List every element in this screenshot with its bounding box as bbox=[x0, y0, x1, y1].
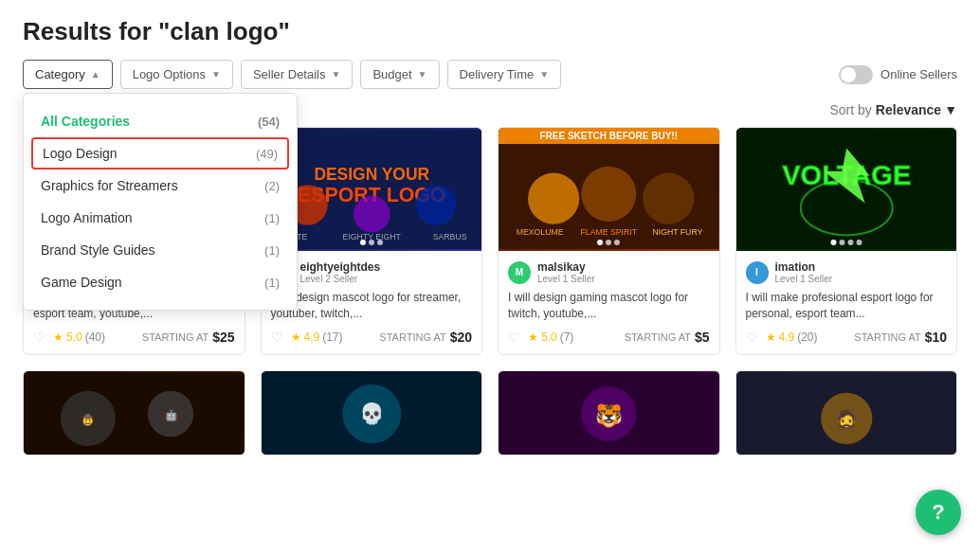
card-2-desc: I will design mascot logo for streamer, … bbox=[271, 290, 473, 322]
card-4-dots bbox=[830, 240, 862, 245]
card-1-rating: ★ 5.0 (40) bbox=[53, 331, 105, 344]
online-sellers-toggle: Online Sellers bbox=[839, 65, 957, 84]
all-categories-item[interactable]: All Categories (54) bbox=[24, 105, 297, 137]
brand-style-guides-item[interactable]: Brand Style Guides (1) bbox=[24, 234, 297, 266]
svg-point-14 bbox=[415, 185, 456, 225]
card-4-desc: I will make profesional esport logo for … bbox=[746, 290, 948, 322]
sort-label: Sort by bbox=[830, 102, 872, 117]
card-2-seller-level: Level 2 Seller bbox=[300, 274, 381, 284]
card-4-price: STARTING AT $10 bbox=[854, 330, 947, 345]
category-dropdown-menu: All Categories (54) Logo Design (49) Gra… bbox=[23, 93, 298, 311]
bottom-grid: 🤠 🤖 💀 🐯 🧔 bbox=[0, 370, 980, 456]
card-4-avatar: I bbox=[746, 261, 769, 284]
seller-details-filter-btn[interactable]: Seller Details ▼ bbox=[241, 60, 354, 89]
card-2-favorite-btn[interactable]: ♡ bbox=[271, 330, 283, 345]
chevron-down-icon: ▼ bbox=[539, 69, 549, 80]
page-title: Results for "clan logo" bbox=[23, 17, 957, 46]
bottom-card-1: 🤠 🤖 bbox=[23, 370, 245, 456]
card-4-rating: ★ 4.9 (20) bbox=[766, 331, 818, 344]
card-2-price: STARTING AT $20 bbox=[379, 330, 472, 345]
chevron-up-icon: ▲ bbox=[91, 69, 100, 80]
svg-rect-29 bbox=[24, 372, 245, 455]
card-2-footer: ♡ ★ 4.9 (17) STARTING AT $20 bbox=[271, 330, 473, 345]
logo-options-filter-btn[interactable]: Logo Options ▼ bbox=[120, 60, 233, 89]
logo-design-item[interactable]: Logo Design (49) bbox=[31, 137, 289, 170]
svg-text:NIGHT FURY: NIGHT FURY bbox=[652, 227, 702, 237]
svg-text:FLAME SPIRIT: FLAME SPIRIT bbox=[581, 227, 638, 237]
card-2-rating: ★ 4.9 (17) bbox=[291, 331, 343, 344]
card-3-avatar: M bbox=[508, 261, 531, 284]
graphics-streamers-item[interactable]: Graphics for Streamers (2) bbox=[24, 170, 297, 202]
delivery-time-filter-btn[interactable]: Delivery Time ▼ bbox=[447, 60, 562, 89]
card-4-seller-level: Level 1 Seller bbox=[775, 274, 833, 284]
card-1-price: STARTING AT $25 bbox=[142, 330, 235, 345]
card-1-favorite-btn[interactable]: ♡ bbox=[33, 330, 45, 345]
card-3-desc: I will design gaming mascot logo for twi… bbox=[508, 290, 710, 322]
svg-text:🤖: 🤖 bbox=[164, 409, 177, 421]
card-3: FREE SKETCH BEFORE BUY!! MEXOLUME FLAME … bbox=[498, 127, 720, 355]
card-4: VOLTAGE I imation Level 1 Seller I will … bbox=[735, 127, 958, 355]
bottom-card-4: 🧔 bbox=[735, 370, 958, 456]
chevron-down-icon: ▼ bbox=[332, 69, 341, 80]
card-4-seller-name: imation bbox=[775, 260, 833, 274]
game-design-item[interactable]: Game Design (1) bbox=[24, 266, 297, 298]
page-wrapper: Results for "clan logo" Category ▲ All C… bbox=[0, 0, 980, 554]
card-3-seller-name: malsikay bbox=[537, 260, 595, 274]
bottom-card-3: 🐯 bbox=[498, 370, 720, 456]
card-3-favorite-btn[interactable]: ♡ bbox=[508, 330, 520, 345]
card-3-free-badge: FREE SKETCH BEFORE BUY!! bbox=[499, 128, 719, 144]
logo-animation-item[interactable]: Logo Animation (1) bbox=[24, 202, 297, 234]
page-header: Results for "clan logo" bbox=[0, 0, 980, 60]
bottom-card-2: 💀 bbox=[261, 370, 483, 456]
card-3-price: STARTING AT $5 bbox=[625, 330, 710, 345]
svg-text:SARBUS: SARBUS bbox=[432, 232, 466, 241]
card-4-favorite-btn[interactable]: ♡ bbox=[746, 330, 758, 345]
card-3-image: FREE SKETCH BEFORE BUY!! MEXOLUME FLAME … bbox=[499, 128, 719, 251]
card-3-seller-level: Level 1 Seller bbox=[537, 274, 595, 284]
card-4-footer: ♡ ★ 4.9 (20) STARTING AT $10 bbox=[746, 330, 948, 345]
card-2-seller-name: eightyeightdes bbox=[300, 260, 381, 274]
svg-text:DESIGN YOUR: DESIGN YOUR bbox=[314, 165, 429, 184]
svg-point-13 bbox=[353, 196, 390, 233]
svg-point-21 bbox=[643, 173, 694, 224]
card-4-image: VOLTAGE bbox=[736, 128, 957, 251]
card-3-dots bbox=[597, 240, 620, 245]
card-3-body: M malsikay Level 1 Seller I will design … bbox=[499, 251, 719, 354]
filter-bar: Category ▲ All Categories (54) Logo Desi… bbox=[0, 60, 980, 102]
svg-text:MEXOLUME: MEXOLUME bbox=[517, 227, 564, 237]
card-2-dots bbox=[360, 240, 383, 245]
card-4-body: I imation Level 1 Seller I will make pro… bbox=[736, 251, 957, 354]
card-4-seller: I imation Level 1 Seller bbox=[746, 260, 948, 284]
card-2-seller: E eightyeightdes Level 2 Seller bbox=[271, 260, 473, 284]
card-3-footer: ♡ ★ 5.0 (7) STARTING AT $5 bbox=[508, 330, 710, 345]
card-3-seller: M malsikay Level 1 Seller bbox=[508, 260, 710, 284]
budget-filter-btn[interactable]: Budget ▼ bbox=[360, 60, 439, 89]
svg-point-20 bbox=[581, 167, 636, 222]
svg-text:🧔: 🧔 bbox=[835, 409, 859, 431]
sort-value-btn[interactable]: Relevance ▼ bbox=[876, 102, 957, 117]
svg-point-19 bbox=[528, 173, 579, 224]
category-filter-btn[interactable]: Category ▲ bbox=[23, 60, 113, 89]
online-sellers-switch[interactable] bbox=[839, 65, 873, 84]
svg-text:🤠: 🤠 bbox=[82, 414, 95, 426]
chevron-down-icon: ▼ bbox=[211, 69, 221, 80]
card-1-footer: ♡ ★ 5.0 (40) STARTING AT $25 bbox=[33, 330, 235, 345]
sort-chevron-icon: ▼ bbox=[944, 102, 957, 117]
chevron-down-icon: ▼ bbox=[418, 69, 427, 80]
category-dropdown-container: Category ▲ All Categories (54) Logo Desi… bbox=[23, 60, 113, 89]
svg-text:🐯: 🐯 bbox=[595, 402, 624, 429]
svg-text:💀: 💀 bbox=[358, 402, 384, 426]
card-3-rating: ★ 5.0 (7) bbox=[528, 331, 573, 344]
help-button[interactable]: ? bbox=[916, 490, 961, 535]
